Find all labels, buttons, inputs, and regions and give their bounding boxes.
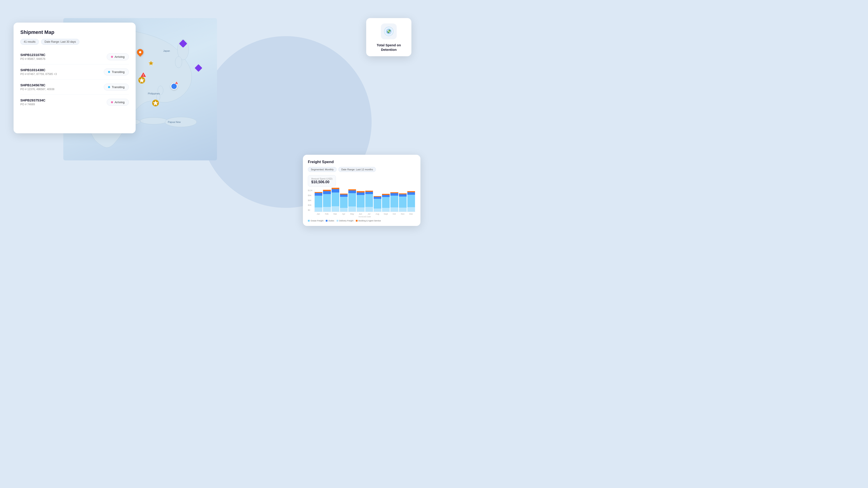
y-axis-labels: $12K $9K $6K $3K $0 bbox=[308, 189, 313, 215]
marker-white-star[interactable] bbox=[138, 76, 145, 85]
marker-blue-warning[interactable]: ! bbox=[170, 83, 178, 90]
bar-segment-duties bbox=[407, 192, 415, 195]
status-badge-transiting: Transiting bbox=[104, 84, 129, 91]
marker-diamond-purple-2[interactable] bbox=[196, 65, 201, 71]
chart-legend: Ocean Freight Duties Delivery Freight Bo… bbox=[308, 220, 415, 222]
x-label-jun: Jun bbox=[357, 213, 364, 215]
x-label-aug: Aug bbox=[373, 213, 381, 215]
bar-segment-delivery bbox=[374, 208, 381, 212]
bar-segment-ocean bbox=[374, 199, 381, 208]
bar-segment-delivery bbox=[315, 207, 322, 212]
svg-text:!: ! bbox=[176, 82, 177, 84]
shipment-row[interactable]: SHPB1345678C PO # 12376, 496587, 40938 T… bbox=[20, 79, 129, 95]
bar-segment-delivery bbox=[348, 206, 356, 212]
status-badge-arriving: Arriving bbox=[107, 53, 129, 60]
x-label-oct: Oct bbox=[391, 213, 398, 215]
bar-segment-ocean bbox=[323, 194, 331, 207]
bar-segment-ocean bbox=[340, 197, 348, 208]
bar-chart bbox=[314, 189, 415, 212]
bar-segment-duties bbox=[382, 195, 390, 197]
japan-kyushu bbox=[175, 57, 182, 68]
shipment-po: PO # 95867, 948576 bbox=[20, 57, 45, 61]
total-spend-card: 💸 Total Spend on Detention bbox=[366, 18, 411, 56]
philippines-landmass bbox=[158, 86, 163, 95]
x-label-jan: Jan bbox=[314, 213, 322, 215]
shipment-po: PO # 12376, 496587, 40938 bbox=[20, 88, 55, 91]
shipment-po: PO # 74689 bbox=[20, 103, 45, 106]
status-badge-transiting: Transiting bbox=[104, 68, 129, 75]
y-label-12k: $12K bbox=[308, 189, 313, 192]
bar-segment-ocean bbox=[357, 195, 364, 207]
y-label-9k: $9K bbox=[308, 194, 313, 197]
legend-ocean-label: Ocean Freight bbox=[311, 220, 323, 222]
bar-group-apr bbox=[340, 194, 348, 212]
bar-group-mar bbox=[332, 188, 339, 212]
shipment-map-card: Shipment Map 41 results Date Range: Last… bbox=[13, 23, 135, 133]
spend-icon: 💸 bbox=[381, 24, 397, 39]
indonesia-borneo bbox=[140, 118, 167, 124]
bar-segment-duties bbox=[399, 194, 407, 197]
bar-group-nov bbox=[399, 193, 407, 212]
arriving-dot bbox=[111, 101, 113, 103]
bar-segment-duties bbox=[374, 197, 381, 199]
marker-orange-nav[interactable] bbox=[137, 49, 143, 55]
freight-filter-daterange[interactable]: Date Range: Last 12 months bbox=[338, 167, 376, 172]
bar-segment-ocean bbox=[407, 195, 415, 207]
freight-amount-label: Amount Spent (USD) bbox=[311, 177, 333, 180]
transiting-dot bbox=[108, 86, 110, 88]
freight-filter-segment[interactable]: Segmented: Monthly bbox=[308, 167, 337, 172]
papua-landmass bbox=[165, 117, 197, 127]
y-label-6k: $6K bbox=[308, 199, 313, 201]
legend-duties-dot bbox=[326, 220, 328, 222]
status-label: Arriving bbox=[115, 101, 125, 104]
bar-segment-duties bbox=[340, 195, 348, 197]
bar-segment-ocean bbox=[315, 196, 322, 207]
bar-group-dec bbox=[407, 191, 415, 212]
shipment-id: SHPB1345678C bbox=[20, 83, 55, 87]
bar-segment-ocean bbox=[332, 193, 339, 206]
status-label: Transiting bbox=[112, 86, 125, 89]
date-range-badge[interactable]: Date Range: Last 30 days bbox=[41, 39, 79, 45]
bar-group-sept bbox=[382, 194, 390, 212]
marker-gold-star-1[interactable] bbox=[148, 60, 154, 68]
shipment-info: SHPB1031438C PO # 87467, 87759, 87585 +3 bbox=[20, 68, 57, 76]
legend-duties-label: Duties bbox=[329, 220, 334, 222]
bar-segment-duties bbox=[365, 192, 373, 194]
x-label-nov: Nov bbox=[399, 213, 406, 215]
bar-segment-delivery bbox=[340, 208, 348, 212]
shipment-map-title: Shipment Map bbox=[20, 29, 129, 35]
shipment-row[interactable]: SHPB1231078C PO # 95867, 948576 Arriving bbox=[20, 49, 129, 64]
freight-amount-value: $10,506.00 bbox=[311, 180, 333, 184]
x-label-may: May bbox=[348, 213, 356, 215]
shipment-info: SHPB2937534C PO # 74689 bbox=[20, 98, 45, 106]
freight-filters: Segmented: Monthly Date Range: Last 12 m… bbox=[308, 167, 415, 172]
x-label-sept: Sept bbox=[382, 213, 390, 215]
x-axis-labels: JanFebMarAprMayJunJulAugSeptOctNovDec bbox=[314, 213, 415, 215]
bar-segment-delivery bbox=[399, 207, 407, 212]
freight-title: Freight Spend bbox=[308, 160, 415, 164]
legend-ocean: Ocean Freight bbox=[308, 220, 323, 222]
x-label-feb: Feb bbox=[323, 213, 331, 215]
results-badge[interactable]: 41 results bbox=[20, 39, 39, 45]
x-label-dec: Dec bbox=[407, 213, 415, 215]
legend-booking-label: Booking & Agent Service bbox=[359, 220, 381, 222]
transiting-dot bbox=[108, 71, 110, 73]
bar-segment-delivery bbox=[391, 207, 398, 212]
legend-ocean-dot bbox=[308, 220, 310, 222]
bar-segment-ocean bbox=[348, 193, 356, 206]
x-label-apr: Apr bbox=[340, 213, 347, 215]
bar-group-jun bbox=[357, 191, 364, 212]
freight-amount-box: Amount Spent (USD) $10,506.00 bbox=[308, 175, 336, 187]
bar-segment-duties bbox=[315, 193, 322, 195]
x-label-jul: Jul bbox=[365, 213, 373, 215]
bar-segment-duties bbox=[357, 193, 364, 195]
marker-diamond-purple-1[interactable] bbox=[180, 41, 186, 46]
x-label-mar: Mar bbox=[331, 213, 339, 215]
shipment-id: SHPB1231078C bbox=[20, 53, 45, 57]
status-label: Transiting bbox=[112, 70, 125, 74]
bar-segment-delivery bbox=[332, 206, 339, 212]
marker-gold-star-2[interactable] bbox=[152, 99, 159, 107]
shipment-row[interactable]: SHPB2937534C PO # 74689 Arriving bbox=[20, 95, 129, 109]
shipment-row[interactable]: SHPB1031438C PO # 87467, 87759, 87585 +3… bbox=[20, 64, 129, 79]
bar-segment-delivery bbox=[323, 207, 331, 212]
